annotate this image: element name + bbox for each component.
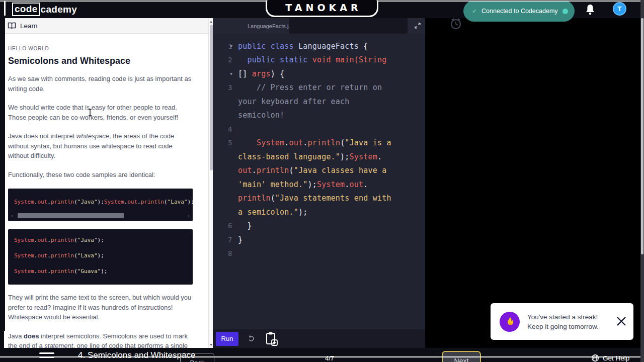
line-number: 8 (213, 249, 230, 257)
paragraph: Java does not interpret whitespace, the … (8, 131, 193, 161)
output-terminal-panel[interactable] (425, 18, 644, 348)
learn-scrollbar[interactable]: ▲ ▼ (208, 18, 213, 348)
fold-arrow-icon[interactable]: ▾ (230, 71, 238, 76)
code-text: a semicolon."); (238, 208, 307, 217)
editor-line[interactable]: 2 public static void main(String (213, 53, 425, 67)
editor-line[interactable]: class-based language.");System. (213, 150, 425, 164)
fold-arrow-icon[interactable]: ▾ (230, 43, 238, 49)
back-button[interactable]: Back (180, 353, 214, 362)
lesson-article: HELLO WORLD Semicolons and Whitespace As… (0, 34, 213, 348)
frame-left-gutter (0, 0, 5, 362)
logo-code-box: code (12, 3, 40, 16)
code-text: // Press enter or return on (238, 83, 382, 92)
reset-icon[interactable] (248, 335, 255, 342)
paragraph: We should write code that is easy for ot… (8, 103, 193, 122)
horizontal-scrollbar[interactable]: ‹ › (10, 212, 191, 219)
code-text: class-based language.");System. (238, 152, 382, 161)
editor-line[interactable]: 8 (213, 247, 425, 261)
code-text: your keyboard after each (238, 97, 350, 106)
editor-line[interactable]: semicolon! (213, 109, 425, 123)
notifications-bell-icon[interactable] (585, 4, 596, 16)
flame-icon (504, 316, 515, 328)
editor-line[interactable]: out.println("Java classes have a (213, 164, 425, 178)
run-button[interactable]: Run (216, 332, 238, 346)
code-sample-line: System.out.println("Java");System.out.pr… (8, 189, 193, 212)
paragraph: They will print the same text to the scr… (8, 293, 193, 322)
editor-line[interactable]: 6 } (213, 219, 425, 233)
line-number: 7 (213, 236, 230, 244)
learn-panel: Learn HELLO WORLD Semicolons and Whitesp… (0, 18, 213, 348)
paragraph: As we saw with comments, reading code is… (8, 74, 193, 94)
editor-toolbar: Run (213, 329, 425, 348)
editor-line[interactable]: your keyboard after each (213, 95, 425, 109)
scrollbar-track[interactable] (15, 213, 186, 218)
editor-line[interactable]: 7} (213, 233, 425, 247)
code-text: [] args) { (238, 69, 284, 78)
editor-line[interactable]: println("Java statements end with (213, 192, 425, 206)
code-sample-line: System.out.println("Guava"); (14, 268, 187, 275)
scrollbar-thumb[interactable] (641, 18, 643, 254)
tanokar-watermark: TANOKAR (266, 0, 378, 17)
line-number: 2 (213, 56, 230, 64)
code-text: public static void main(String (238, 55, 386, 64)
copy-to-clipboard-icon[interactable] (264, 331, 278, 346)
lesson-eyebrow: HELLO WORLD (8, 46, 193, 51)
scroll-right-icon[interactable]: › (186, 213, 191, 218)
connected-status-badge: ✓ Connected to Codecademy (463, 1, 575, 22)
scrollbar-thumb[interactable] (210, 25, 213, 170)
code-area[interactable]: 1▾public class LanguageFacts {2 public s… (213, 34, 425, 260)
close-toast-button[interactable] (615, 316, 627, 328)
lesson-breadcrumb: 4. Semicolons and Whitespace (78, 350, 195, 360)
code-editor-panel: LanguageFacts.java 1▾public class Langua… (213, 18, 425, 348)
streak-toast: You've started a streak! Keep it going t… (491, 303, 633, 340)
codecademy-logo[interactable]: code cademy (12, 3, 77, 16)
get-help-button[interactable]: Get Help (591, 354, 629, 362)
line-number: 6 (213, 222, 230, 230)
streak-message: You've started a streak! Keep it going t… (527, 312, 608, 331)
editor-line[interactable]: 1▾public class LanguageFacts { (213, 39, 425, 53)
line-number: 5 (213, 139, 230, 147)
frame-line-bottom (0, 356, 644, 357)
scroll-down-icon[interactable]: ▼ (209, 343, 213, 346)
code-text: 'main' method.");System.out. (238, 180, 368, 189)
page-scrollbar[interactable] (640, 0, 644, 362)
editor-line[interactable]: 'main' method.");System.out. (213, 177, 425, 192)
editor-line[interactable]: 3 // Press enter or return on (213, 81, 425, 95)
book-icon (8, 22, 16, 29)
code-text: } (238, 235, 243, 244)
get-help-label: Get Help (603, 354, 629, 362)
editor-line[interactable]: 5 System.out.println("Java is a (213, 136, 425, 150)
editor-line[interactable]: 4 (213, 122, 425, 136)
code-text: public class LanguageFacts { (238, 42, 368, 51)
lesson-title: Semicolons and Whitespace (8, 56, 193, 66)
close-icon (616, 316, 627, 327)
editor-line[interactable]: ▾[] args) { (213, 67, 425, 81)
editor-tabbar: LanguageFacts.java (213, 18, 425, 34)
streak-badge (500, 312, 520, 332)
code-text: System.out.println("Java is a (238, 138, 391, 147)
connected-label: Connected to Codecademy (481, 8, 557, 15)
learn-header-label: Learn (20, 22, 38, 30)
status-dot-icon (562, 9, 568, 14)
line-number: 1 (213, 42, 230, 50)
code-text: out.println("Java classes have a (238, 166, 386, 175)
logo-rest: cademy (40, 4, 77, 15)
expand-editor-icon[interactable] (414, 22, 421, 29)
scroll-left-icon[interactable]: ‹ (10, 213, 15, 218)
user-avatar[interactable]: T (613, 2, 626, 16)
learn-header: Learn (0, 18, 213, 34)
scrollbar-thumb[interactable] (18, 213, 124, 218)
line-number: 4 (213, 125, 230, 133)
editor-line[interactable]: a semicolon."); (213, 205, 425, 219)
tabbar-empty-area (289, 18, 408, 34)
code-sample-line: System.out.println("Java"); (14, 237, 187, 243)
paragraph: Java does interpret semicolons. Semicolo… (8, 331, 193, 348)
scroll-up-icon[interactable]: ▲ (209, 20, 213, 23)
code-text: println("Java statements end with (238, 194, 391, 203)
paragraph: Functionally, these two code samples are… (8, 170, 193, 180)
code-sample-block-2: System.out.println("Java");System.out.pr… (8, 229, 193, 285)
check-icon: ✓ (472, 8, 477, 15)
lesson-progress: 4/7 (325, 354, 334, 362)
code-sample-line: System.out.println("Lava"); (14, 252, 187, 259)
lesson-footer-bar: 4. Semicolons and Whitespace Back 4/7 Ne… (0, 348, 644, 362)
